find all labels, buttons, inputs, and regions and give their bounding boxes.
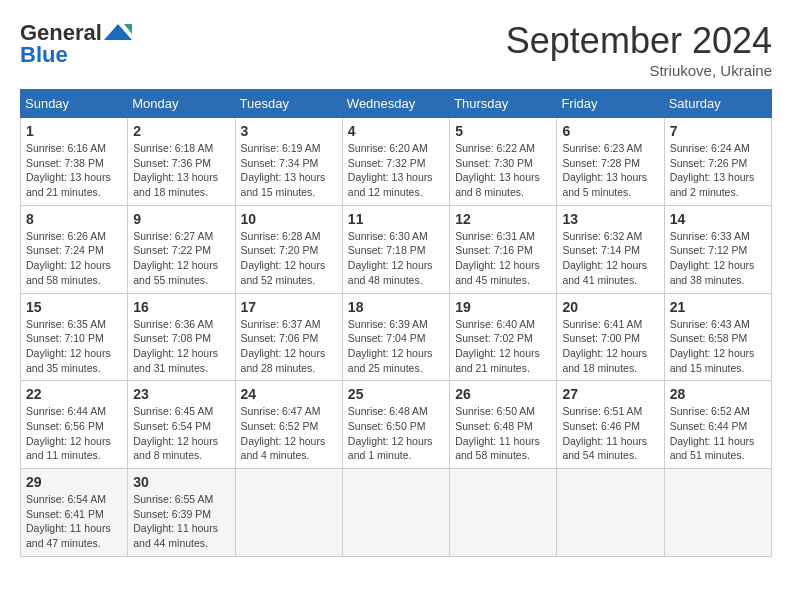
- calendar-cell: 13Sunrise: 6:32 AM Sunset: 7:14 PM Dayli…: [557, 205, 664, 293]
- day-info: Sunrise: 6:30 AM Sunset: 7:18 PM Dayligh…: [348, 229, 444, 288]
- day-info: Sunrise: 6:35 AM Sunset: 7:10 PM Dayligh…: [26, 317, 122, 376]
- calendar-week-4: 22Sunrise: 6:44 AM Sunset: 6:56 PM Dayli…: [21, 381, 772, 469]
- col-header-friday: Friday: [557, 90, 664, 118]
- day-info: Sunrise: 6:50 AM Sunset: 6:48 PM Dayligh…: [455, 404, 551, 463]
- day-number: 21: [670, 299, 766, 315]
- day-number: 2: [133, 123, 229, 139]
- day-number: 24: [241, 386, 337, 402]
- day-number: 17: [241, 299, 337, 315]
- calendar-cell: 2Sunrise: 6:18 AM Sunset: 7:36 PM Daylig…: [128, 118, 235, 206]
- month-title: September 2024: [506, 20, 772, 62]
- calendar-week-3: 15Sunrise: 6:35 AM Sunset: 7:10 PM Dayli…: [21, 293, 772, 381]
- calendar-cell: 24Sunrise: 6:47 AM Sunset: 6:52 PM Dayli…: [235, 381, 342, 469]
- day-info: Sunrise: 6:26 AM Sunset: 7:24 PM Dayligh…: [26, 229, 122, 288]
- day-number: 16: [133, 299, 229, 315]
- calendar-cell: 17Sunrise: 6:37 AM Sunset: 7:06 PM Dayli…: [235, 293, 342, 381]
- day-info: Sunrise: 6:41 AM Sunset: 7:00 PM Dayligh…: [562, 317, 658, 376]
- day-number: 8: [26, 211, 122, 227]
- day-info: Sunrise: 6:31 AM Sunset: 7:16 PM Dayligh…: [455, 229, 551, 288]
- day-info: Sunrise: 6:28 AM Sunset: 7:20 PM Dayligh…: [241, 229, 337, 288]
- day-number: 6: [562, 123, 658, 139]
- calendar-cell: [664, 469, 771, 557]
- day-number: 4: [348, 123, 444, 139]
- calendar-cell: 4Sunrise: 6:20 AM Sunset: 7:32 PM Daylig…: [342, 118, 449, 206]
- day-number: 1: [26, 123, 122, 139]
- calendar-cell: 26Sunrise: 6:50 AM Sunset: 6:48 PM Dayli…: [450, 381, 557, 469]
- day-info: Sunrise: 6:47 AM Sunset: 6:52 PM Dayligh…: [241, 404, 337, 463]
- day-number: 29: [26, 474, 122, 490]
- calendar-cell: 6Sunrise: 6:23 AM Sunset: 7:28 PM Daylig…: [557, 118, 664, 206]
- title-block: September 2024 Striukove, Ukraine: [506, 20, 772, 79]
- calendar-cell: 1Sunrise: 6:16 AM Sunset: 7:38 PM Daylig…: [21, 118, 128, 206]
- col-header-sunday: Sunday: [21, 90, 128, 118]
- day-number: 19: [455, 299, 551, 315]
- day-info: Sunrise: 6:27 AM Sunset: 7:22 PM Dayligh…: [133, 229, 229, 288]
- day-info: Sunrise: 6:22 AM Sunset: 7:30 PM Dayligh…: [455, 141, 551, 200]
- day-number: 18: [348, 299, 444, 315]
- calendar-cell: 30Sunrise: 6:55 AM Sunset: 6:39 PM Dayli…: [128, 469, 235, 557]
- day-number: 13: [562, 211, 658, 227]
- col-header-monday: Monday: [128, 90, 235, 118]
- day-number: 9: [133, 211, 229, 227]
- calendar-cell: [342, 469, 449, 557]
- day-number: 20: [562, 299, 658, 315]
- calendar-cell: 5Sunrise: 6:22 AM Sunset: 7:30 PM Daylig…: [450, 118, 557, 206]
- day-info: Sunrise: 6:52 AM Sunset: 6:44 PM Dayligh…: [670, 404, 766, 463]
- calendar-cell: [450, 469, 557, 557]
- day-info: Sunrise: 6:37 AM Sunset: 7:06 PM Dayligh…: [241, 317, 337, 376]
- day-info: Sunrise: 6:19 AM Sunset: 7:34 PM Dayligh…: [241, 141, 337, 200]
- calendar-cell: 16Sunrise: 6:36 AM Sunset: 7:08 PM Dayli…: [128, 293, 235, 381]
- calendar-cell: 8Sunrise: 6:26 AM Sunset: 7:24 PM Daylig…: [21, 205, 128, 293]
- day-number: 22: [26, 386, 122, 402]
- calendar-header-row: SundayMondayTuesdayWednesdayThursdayFrid…: [21, 90, 772, 118]
- day-info: Sunrise: 6:44 AM Sunset: 6:56 PM Dayligh…: [26, 404, 122, 463]
- day-number: 25: [348, 386, 444, 402]
- calendar-cell: 10Sunrise: 6:28 AM Sunset: 7:20 PM Dayli…: [235, 205, 342, 293]
- logo: General Blue: [20, 20, 132, 68]
- calendar-cell: 27Sunrise: 6:51 AM Sunset: 6:46 PM Dayli…: [557, 381, 664, 469]
- day-info: Sunrise: 6:24 AM Sunset: 7:26 PM Dayligh…: [670, 141, 766, 200]
- calendar-cell: 29Sunrise: 6:54 AM Sunset: 6:41 PM Dayli…: [21, 469, 128, 557]
- day-info: Sunrise: 6:16 AM Sunset: 7:38 PM Dayligh…: [26, 141, 122, 200]
- calendar-cell: 9Sunrise: 6:27 AM Sunset: 7:22 PM Daylig…: [128, 205, 235, 293]
- calendar-cell: 20Sunrise: 6:41 AM Sunset: 7:00 PM Dayli…: [557, 293, 664, 381]
- day-info: Sunrise: 6:32 AM Sunset: 7:14 PM Dayligh…: [562, 229, 658, 288]
- day-info: Sunrise: 6:54 AM Sunset: 6:41 PM Dayligh…: [26, 492, 122, 551]
- day-number: 10: [241, 211, 337, 227]
- day-number: 11: [348, 211, 444, 227]
- day-number: 12: [455, 211, 551, 227]
- col-header-tuesday: Tuesday: [235, 90, 342, 118]
- calendar-cell: 19Sunrise: 6:40 AM Sunset: 7:02 PM Dayli…: [450, 293, 557, 381]
- day-number: 15: [26, 299, 122, 315]
- day-info: Sunrise: 6:23 AM Sunset: 7:28 PM Dayligh…: [562, 141, 658, 200]
- calendar-cell: 25Sunrise: 6:48 AM Sunset: 6:50 PM Dayli…: [342, 381, 449, 469]
- day-number: 5: [455, 123, 551, 139]
- day-info: Sunrise: 6:51 AM Sunset: 6:46 PM Dayligh…: [562, 404, 658, 463]
- calendar-cell: [557, 469, 664, 557]
- calendar-cell: 23Sunrise: 6:45 AM Sunset: 6:54 PM Dayli…: [128, 381, 235, 469]
- day-info: Sunrise: 6:43 AM Sunset: 6:58 PM Dayligh…: [670, 317, 766, 376]
- calendar-body: 1Sunrise: 6:16 AM Sunset: 7:38 PM Daylig…: [21, 118, 772, 557]
- calendar-cell: 11Sunrise: 6:30 AM Sunset: 7:18 PM Dayli…: [342, 205, 449, 293]
- day-info: Sunrise: 6:55 AM Sunset: 6:39 PM Dayligh…: [133, 492, 229, 551]
- calendar-cell: 28Sunrise: 6:52 AM Sunset: 6:44 PM Dayli…: [664, 381, 771, 469]
- logo-icon: [104, 22, 132, 44]
- day-number: 28: [670, 386, 766, 402]
- location-subtitle: Striukove, Ukraine: [506, 62, 772, 79]
- page-header: General Blue September 2024 Striukove, U…: [20, 20, 772, 79]
- calendar-cell: 14Sunrise: 6:33 AM Sunset: 7:12 PM Dayli…: [664, 205, 771, 293]
- day-number: 3: [241, 123, 337, 139]
- calendar-cell: 18Sunrise: 6:39 AM Sunset: 7:04 PM Dayli…: [342, 293, 449, 381]
- day-info: Sunrise: 6:39 AM Sunset: 7:04 PM Dayligh…: [348, 317, 444, 376]
- calendar-week-1: 1Sunrise: 6:16 AM Sunset: 7:38 PM Daylig…: [21, 118, 772, 206]
- day-info: Sunrise: 6:20 AM Sunset: 7:32 PM Dayligh…: [348, 141, 444, 200]
- day-info: Sunrise: 6:40 AM Sunset: 7:02 PM Dayligh…: [455, 317, 551, 376]
- day-number: 26: [455, 386, 551, 402]
- day-number: 7: [670, 123, 766, 139]
- calendar-cell: 22Sunrise: 6:44 AM Sunset: 6:56 PM Dayli…: [21, 381, 128, 469]
- day-info: Sunrise: 6:33 AM Sunset: 7:12 PM Dayligh…: [670, 229, 766, 288]
- calendar-cell: 7Sunrise: 6:24 AM Sunset: 7:26 PM Daylig…: [664, 118, 771, 206]
- day-number: 14: [670, 211, 766, 227]
- logo-blue: Blue: [20, 42, 68, 67]
- col-header-saturday: Saturday: [664, 90, 771, 118]
